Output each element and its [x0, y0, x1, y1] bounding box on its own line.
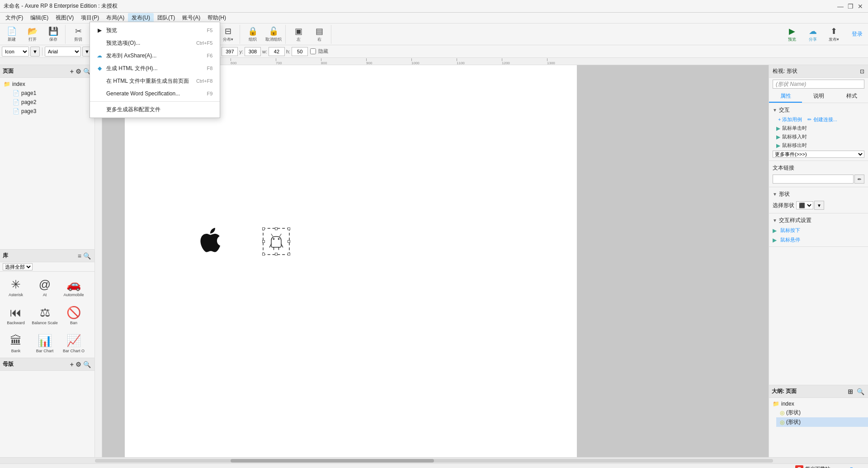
master-add-icon[interactable]: +: [69, 360, 75, 369]
login-button[interactable]: 登录: [848, 29, 866, 39]
android-robot-shape[interactable]: [263, 228, 290, 255]
outline-search-icon[interactable]: 🔍: [856, 387, 865, 396]
library-search-icon[interactable]: 🔍: [82, 251, 92, 260]
create-link-link[interactable]: ✏ 创建连接...: [807, 116, 837, 123]
apple-logo-shape[interactable]: [190, 223, 226, 260]
text-link-edit-btn[interactable]: ✏: [854, 175, 864, 184]
maximize-button[interactable]: ❐: [846, 2, 854, 10]
backward-button[interactable]: ▤右: [309, 25, 329, 44]
hidden-checkbox[interactable]: [310, 48, 316, 54]
shape-name-input[interactable]: [773, 80, 864, 89]
share-toolbar-button[interactable]: ☁分享: [803, 25, 823, 44]
menu-project[interactable]: 项目(P): [77, 13, 103, 23]
lib-icon-balance-scale[interactable]: ⚖ Balance Scale: [31, 302, 59, 329]
sel-handle-bm[interactable]: [275, 253, 278, 255]
menu-account[interactable]: 账号(A): [179, 13, 204, 23]
more-events-select[interactable]: 更多事件(>>>): [773, 151, 864, 158]
dd-preview[interactable]: ▶ 预览 F5: [90, 24, 220, 37]
y-input[interactable]: [245, 47, 261, 56]
hscroll-track[interactable]: [95, 459, 773, 463]
interaction-style-expand-icon[interactable]: ▼: [773, 218, 777, 223]
close-button[interactable]: ✕: [856, 2, 864, 10]
page-tree-item-page3[interactable]: 📄 page3: [9, 107, 94, 116]
sel-handle-mr[interactable]: [288, 240, 290, 243]
menu-view[interactable]: 视图(V): [52, 13, 77, 23]
right-panel-expand-icon[interactable]: ⊡: [860, 68, 864, 75]
menu-publish[interactable]: 发布(U): [128, 13, 154, 23]
interactions-expand-icon[interactable]: ▼: [773, 108, 777, 113]
hscrollbar[interactable]: [0, 457, 868, 463]
pages-add-icon[interactable]: +: [69, 67, 75, 76]
text-link-input[interactable]: [773, 175, 854, 184]
sel-handle-tm[interactable]: [275, 227, 278, 230]
tab-properties[interactable]: 属性: [769, 90, 802, 103]
lib-icon-bar-chart[interactable]: 📊 Bar Chart: [31, 330, 59, 357]
menu-edit[interactable]: 编辑(E): [27, 13, 52, 23]
outline-filter-icon[interactable]: ⊞: [847, 387, 854, 396]
lib-icon-ban[interactable]: 🚫 Ban: [60, 302, 88, 329]
dd-regen-html[interactable]: 在 HTML 文件中重新生成当前页面 Ctrl+F8: [90, 75, 220, 87]
forward-button[interactable]: ▣左: [288, 25, 308, 44]
menu-team[interactable]: 团队(T): [154, 13, 179, 23]
h-input[interactable]: [292, 47, 308, 56]
shape-select-dropdown[interactable]: ⬛: [796, 201, 813, 209]
shape-dropdown-btn[interactable]: ▼: [814, 201, 824, 210]
pages-settings-icon[interactable]: ⚙: [75, 67, 82, 76]
new-button[interactable]: 📄新建: [2, 25, 22, 44]
shape-expand-icon[interactable]: ▼: [773, 192, 777, 197]
add-use-case-link[interactable]: + 添加用例: [778, 116, 802, 123]
mouse-hover-link[interactable]: 鼠标悬停: [780, 236, 800, 243]
library-icons-grid: ✳ Asterisk @ At 🚗 Automobile ⏮ Backward …: [0, 272, 94, 358]
svg-line-7: [279, 234, 281, 237]
dd-generate-word[interactable]: Generate Word Specification... F9: [90, 87, 220, 100]
dd-publish-axshare[interactable]: ☁ 发布到 AxShare(A)... F6: [90, 49, 220, 62]
lib-icon-at[interactable]: @ At: [31, 274, 59, 301]
tab-notes[interactable]: 说明: [802, 90, 835, 103]
master-settings-icon[interactable]: ⚙: [75, 360, 82, 369]
dd-more-generators[interactable]: 更多生成器和配置文件: [90, 103, 220, 116]
master-search-icon[interactable]: 🔍: [82, 360, 92, 369]
font-dropdown[interactable]: Arial: [45, 47, 81, 57]
sel-handle-tr[interactable]: [288, 227, 290, 230]
hscroll-thumb[interactable]: [231, 459, 434, 463]
cut-button[interactable]: ✂剪切: [68, 25, 88, 44]
library-select-dropdown[interactable]: 选择全部: [3, 263, 33, 270]
outline-folder-icon: 📁: [773, 401, 779, 407]
lib-icon-asterisk[interactable]: ✳ Asterisk: [2, 274, 30, 301]
sel-handle-ml[interactable]: [262, 240, 265, 243]
open-button[interactable]: 📂打开: [23, 25, 42, 44]
sel-handle-tl[interactable]: [262, 227, 265, 230]
unlock-button[interactable]: 🔓取消组织: [264, 25, 283, 44]
publish-toolbar-button[interactable]: ⬆发布▾: [824, 25, 844, 44]
align-btn[interactable]: ⊟分布▾: [218, 25, 238, 44]
w-input[interactable]: [269, 47, 285, 56]
lib-icon-automobile[interactable]: 🚗 Automobile: [60, 274, 88, 301]
lib-icon-bank[interactable]: 🏛 Bank: [2, 330, 30, 357]
canvas-area[interactable]: [95, 65, 769, 457]
dd-generate-html[interactable]: ◆ 生成 HTML 文件(H)... F8: [90, 62, 220, 75]
outline-item-index[interactable]: 📁 index: [769, 400, 868, 408]
x-input[interactable]: [222, 47, 238, 56]
menu-file[interactable]: 文件(F): [2, 13, 27, 23]
lib-icon-bar-chart-o[interactable]: 📈 Bar Chart O: [60, 330, 88, 357]
save-button[interactable]: 💾保存: [43, 25, 63, 44]
preview-toolbar-button[interactable]: ▶预览: [782, 25, 802, 44]
minimize-button[interactable]: —: [836, 2, 844, 10]
tab-style[interactable]: 样式: [835, 90, 868, 103]
select-tool-dropdown[interactable]: Icon: [2, 47, 29, 57]
mouse-down-link[interactable]: 鼠标按下: [780, 227, 800, 234]
select-icon-button[interactable]: ▼: [30, 47, 40, 57]
menu-help[interactable]: 帮助(H): [204, 13, 230, 23]
outline-item-shape1[interactable]: ◎ (形状): [776, 408, 868, 417]
dd-preview-options[interactable]: 预览选项(O)... Ctrl+F5: [90, 37, 220, 49]
menu-layout[interactable]: 布局(A): [103, 13, 128, 23]
sel-handle-bl[interactable]: [262, 253, 265, 255]
page-tree-item-index[interactable]: 📁 index: [0, 80, 94, 89]
page-tree-item-page1[interactable]: 📄 page1: [9, 89, 94, 98]
sel-handle-br[interactable]: [288, 253, 290, 255]
outline-item-shape2[interactable]: ◎ (形状): [776, 417, 868, 427]
page-tree-item-page2[interactable]: 📄 page2: [9, 98, 94, 107]
lib-icon-backward[interactable]: ⏮ Backward: [2, 302, 30, 329]
lock-button[interactable]: 🔒组织: [243, 25, 263, 44]
library-settings-icon[interactable]: ≡: [77, 251, 82, 260]
